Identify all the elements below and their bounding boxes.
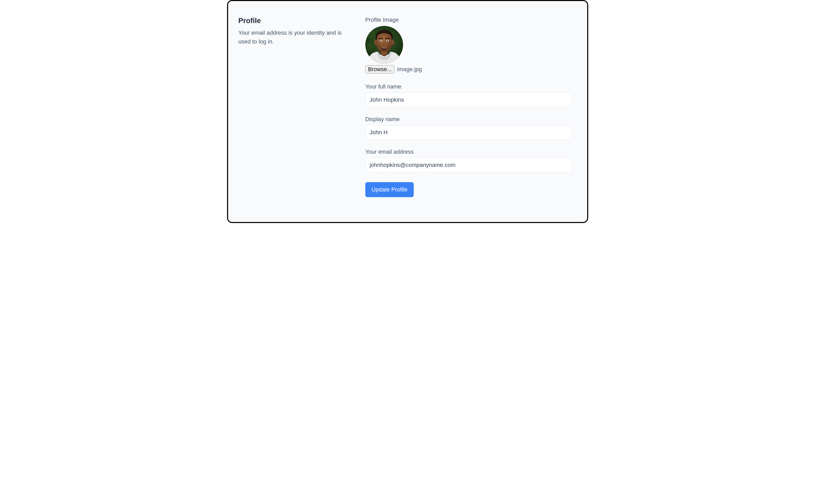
update-profile-button[interactable]: Update Profile <box>365 182 414 197</box>
display-name-label: Display name <box>365 116 572 123</box>
full-name-input[interactable] <box>365 93 572 107</box>
email-label: Your email address <box>365 149 572 155</box>
section-description: Your email address is your identity and … <box>238 28 355 46</box>
profile-form: Profile Image <box>365 17 577 212</box>
selected-file-name: image.jpg <box>397 66 422 73</box>
svg-point-9 <box>380 40 381 41</box>
window-frame: Profile Your email address is your ident… <box>227 0 588 223</box>
avatar <box>365 26 403 64</box>
svg-point-11 <box>387 40 388 41</box>
section-header-column: Profile Your email address is your ident… <box>238 17 365 212</box>
display-name-input[interactable] <box>365 125 572 140</box>
profile-image-label: Profile Image <box>365 17 572 23</box>
svg-point-13 <box>387 43 392 47</box>
browse-button[interactable]: Browse... <box>365 65 395 73</box>
avatar-container <box>365 26 572 64</box>
section-title: Profile <box>238 17 355 25</box>
email-group: Your email address <box>365 149 572 172</box>
svg-point-2 <box>366 29 375 38</box>
svg-point-7 <box>391 40 394 45</box>
svg-point-12 <box>377 43 381 47</box>
svg-point-6 <box>374 40 377 45</box>
full-name-label: Your full name <box>365 83 572 90</box>
full-name-group: Your full name <box>365 83 572 107</box>
svg-point-4 <box>365 42 373 51</box>
profile-settings-panel: Profile Your email address is your ident… <box>228 1 587 222</box>
file-input-row: Browse... image.jpg <box>365 65 572 73</box>
display-name-group: Display name <box>365 116 572 140</box>
email-input[interactable] <box>365 158 572 172</box>
avatar-image <box>365 26 403 64</box>
